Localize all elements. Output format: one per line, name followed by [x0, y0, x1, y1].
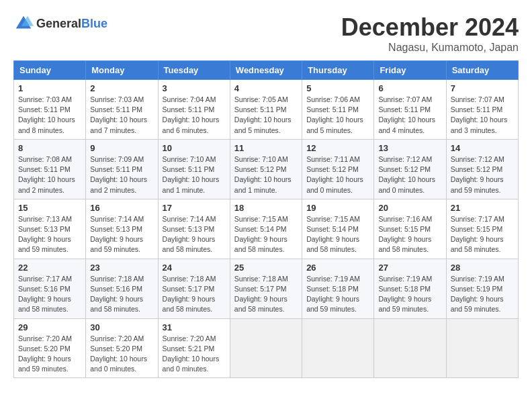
- day-info: Sunrise: 7:20 AMSunset: 5:21 PMDaylight:…: [163, 334, 226, 375]
- day-number: 27: [378, 263, 441, 273]
- col-monday: Monday: [86, 61, 158, 80]
- day-number: 31: [163, 322, 226, 332]
- table-cell: [230, 318, 302, 378]
- table-cell: 28Sunrise: 7:19 AMSunset: 5:19 PMDayligh…: [446, 259, 518, 318]
- col-tuesday: Tuesday: [158, 61, 230, 80]
- day-number: 6: [378, 83, 441, 93]
- table-cell: 26Sunrise: 7:19 AMSunset: 5:18 PMDayligh…: [302, 259, 374, 318]
- logo-icon: [13, 13, 34, 34]
- calendar-header-row: Sunday Monday Tuesday Wednesday Thursday…: [14, 61, 519, 80]
- day-number: 21: [451, 203, 514, 213]
- title-area: December 2024 Nagasu, Kumamoto, Japan: [341, 13, 519, 54]
- day-info: Sunrise: 7:10 AMSunset: 5:11 PMDaylight:…: [163, 154, 226, 195]
- table-cell: [374, 318, 446, 378]
- day-number: 7: [451, 83, 514, 93]
- location-title: Nagasu, Kumamoto, Japan: [341, 42, 519, 54]
- day-number: 1: [18, 83, 81, 93]
- day-number: 19: [306, 203, 369, 213]
- table-row: 29Sunrise: 7:20 AMSunset: 5:20 PMDayligh…: [14, 318, 519, 378]
- day-info: Sunrise: 7:13 AMSunset: 5:13 PMDaylight:…: [18, 214, 81, 255]
- day-info: Sunrise: 7:03 AMSunset: 5:11 PMDaylight:…: [90, 95, 153, 136]
- col-wednesday: Wednesday: [230, 61, 302, 80]
- table-cell: 24Sunrise: 7:18 AMSunset: 5:17 PMDayligh…: [158, 259, 230, 318]
- day-number: 5: [306, 83, 369, 93]
- day-info: Sunrise: 7:19 AMSunset: 5:19 PMDaylight:…: [451, 274, 514, 315]
- day-info: Sunrise: 7:20 AMSunset: 5:20 PMDaylight:…: [18, 334, 81, 375]
- table-cell: 4Sunrise: 7:05 AMSunset: 5:11 PMDaylight…: [230, 80, 302, 140]
- day-number: 2: [90, 83, 153, 93]
- day-number: 4: [234, 83, 298, 93]
- calendar: Sunday Monday Tuesday Wednesday Thursday…: [13, 60, 519, 378]
- day-number: 16: [90, 203, 153, 213]
- day-info: Sunrise: 7:16 AMSunset: 5:15 PMDaylight:…: [378, 214, 441, 255]
- day-number: 15: [18, 203, 81, 213]
- table-cell: 12Sunrise: 7:11 AMSunset: 5:12 PMDayligh…: [302, 139, 374, 199]
- day-number: 30: [90, 322, 153, 332]
- day-info: Sunrise: 7:07 AMSunset: 5:11 PMDaylight:…: [451, 95, 514, 136]
- col-sunday: Sunday: [14, 61, 86, 80]
- day-number: 25: [234, 263, 298, 273]
- day-number: 17: [163, 203, 226, 213]
- col-friday: Friday: [374, 61, 446, 80]
- table-cell: 2Sunrise: 7:03 AMSunset: 5:11 PMDaylight…: [86, 80, 158, 140]
- table-cell: 15Sunrise: 7:13 AMSunset: 5:13 PMDayligh…: [14, 199, 86, 259]
- table-cell: 16Sunrise: 7:14 AMSunset: 5:13 PMDayligh…: [86, 199, 158, 259]
- table-row: 1Sunrise: 7:03 AMSunset: 5:11 PMDaylight…: [14, 80, 519, 140]
- logo-text-general: General: [36, 17, 81, 30]
- table-cell: 29Sunrise: 7:20 AMSunset: 5:20 PMDayligh…: [14, 318, 86, 378]
- table-cell: 19Sunrise: 7:15 AMSunset: 5:14 PMDayligh…: [302, 199, 374, 259]
- table-cell: 23Sunrise: 7:18 AMSunset: 5:16 PMDayligh…: [86, 259, 158, 318]
- table-cell: 5Sunrise: 7:06 AMSunset: 5:11 PMDaylight…: [302, 80, 374, 140]
- day-number: 22: [18, 263, 81, 273]
- table-cell: 27Sunrise: 7:19 AMSunset: 5:18 PMDayligh…: [374, 259, 446, 318]
- table-cell: 21Sunrise: 7:17 AMSunset: 5:15 PMDayligh…: [446, 199, 518, 259]
- col-saturday: Saturday: [446, 61, 518, 80]
- table-cell: 9Sunrise: 7:09 AMSunset: 5:11 PMDaylight…: [86, 139, 158, 199]
- table-cell: 13Sunrise: 7:12 AMSunset: 5:12 PMDayligh…: [374, 139, 446, 199]
- day-info: Sunrise: 7:03 AMSunset: 5:11 PMDaylight:…: [18, 95, 81, 136]
- table-cell: 14Sunrise: 7:12 AMSunset: 5:12 PMDayligh…: [446, 139, 518, 199]
- day-number: 14: [451, 143, 514, 153]
- day-info: Sunrise: 7:19 AMSunset: 5:18 PMDaylight:…: [378, 274, 441, 315]
- day-number: 26: [306, 263, 369, 273]
- day-info: Sunrise: 7:10 AMSunset: 5:12 PMDaylight:…: [234, 154, 298, 195]
- day-info: Sunrise: 7:09 AMSunset: 5:11 PMDaylight:…: [90, 154, 153, 195]
- day-number: 28: [451, 263, 514, 273]
- day-number: 11: [234, 143, 298, 153]
- table-row: 22Sunrise: 7:17 AMSunset: 5:16 PMDayligh…: [14, 259, 519, 318]
- day-info: Sunrise: 7:06 AMSunset: 5:11 PMDaylight:…: [306, 95, 369, 136]
- day-info: Sunrise: 7:17 AMSunset: 5:15 PMDaylight:…: [451, 214, 514, 255]
- table-cell: 3Sunrise: 7:04 AMSunset: 5:11 PMDaylight…: [158, 80, 230, 140]
- col-thursday: Thursday: [302, 61, 374, 80]
- day-info: Sunrise: 7:07 AMSunset: 5:11 PMDaylight:…: [378, 95, 441, 136]
- day-info: Sunrise: 7:14 AMSunset: 5:13 PMDaylight:…: [90, 214, 153, 255]
- day-info: Sunrise: 7:11 AMSunset: 5:12 PMDaylight:…: [306, 154, 369, 195]
- day-info: Sunrise: 7:15 AMSunset: 5:14 PMDaylight:…: [234, 214, 298, 255]
- table-cell: 18Sunrise: 7:15 AMSunset: 5:14 PMDayligh…: [230, 199, 302, 259]
- day-number: 29: [18, 322, 81, 332]
- day-info: Sunrise: 7:19 AMSunset: 5:18 PMDaylight:…: [306, 274, 369, 315]
- day-number: 18: [234, 203, 298, 213]
- table-cell: 30Sunrise: 7:20 AMSunset: 5:20 PMDayligh…: [86, 318, 158, 378]
- logo-text-blue: Blue: [81, 17, 107, 30]
- table-cell: 11Sunrise: 7:10 AMSunset: 5:12 PMDayligh…: [230, 139, 302, 199]
- day-info: Sunrise: 7:12 AMSunset: 5:12 PMDaylight:…: [451, 154, 514, 195]
- table-cell: 25Sunrise: 7:18 AMSunset: 5:17 PMDayligh…: [230, 259, 302, 318]
- table-cell: [446, 318, 518, 378]
- day-number: 9: [90, 143, 153, 153]
- day-info: Sunrise: 7:08 AMSunset: 5:11 PMDaylight:…: [18, 154, 81, 195]
- day-number: 10: [163, 143, 226, 153]
- day-info: Sunrise: 7:20 AMSunset: 5:20 PMDaylight:…: [90, 334, 153, 375]
- day-info: Sunrise: 7:15 AMSunset: 5:14 PMDaylight:…: [306, 214, 369, 255]
- day-info: Sunrise: 7:18 AMSunset: 5:16 PMDaylight:…: [90, 274, 153, 315]
- logo: GeneralBlue: [13, 13, 107, 34]
- day-number: 23: [90, 263, 153, 273]
- day-info: Sunrise: 7:14 AMSunset: 5:13 PMDaylight:…: [163, 214, 226, 255]
- day-info: Sunrise: 7:04 AMSunset: 5:11 PMDaylight:…: [163, 95, 226, 136]
- table-cell: 8Sunrise: 7:08 AMSunset: 5:11 PMDaylight…: [14, 139, 86, 199]
- table-cell: 6Sunrise: 7:07 AMSunset: 5:11 PMDaylight…: [374, 80, 446, 140]
- table-cell: 20Sunrise: 7:16 AMSunset: 5:15 PMDayligh…: [374, 199, 446, 259]
- table-cell: [302, 318, 374, 378]
- table-row: 8Sunrise: 7:08 AMSunset: 5:11 PMDaylight…: [14, 139, 519, 199]
- table-cell: 7Sunrise: 7:07 AMSunset: 5:11 PMDaylight…: [446, 80, 518, 140]
